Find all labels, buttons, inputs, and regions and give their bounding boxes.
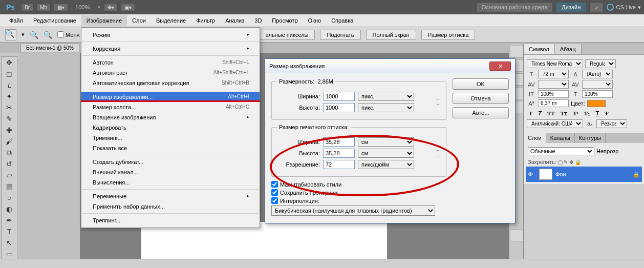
menu-item-apply-dataset[interactable]: Применить набор данных... bbox=[81, 201, 260, 212]
menu-item-rotate[interactable]: Вращение изображения bbox=[81, 112, 260, 122]
menu-item-variables[interactable]: Переменные bbox=[81, 191, 260, 201]
font-size-select[interactable]: 72 пт bbox=[538, 70, 569, 78]
menu-view[interactable]: Просмотр bbox=[267, 15, 303, 26]
hscale-input[interactable] bbox=[582, 90, 613, 98]
underline-button[interactable]: T bbox=[594, 109, 602, 118]
visibility-eye-icon[interactable]: 👁 bbox=[528, 171, 536, 177]
workspace-default[interactable]: Основная рабочая среда bbox=[476, 2, 553, 12]
menu-item-adjustments[interactable]: Коррекция bbox=[81, 44, 260, 54]
zoom-in-icon[interactable]: 🔍 bbox=[30, 31, 38, 39]
move-tool[interactable]: ✥ bbox=[2, 57, 17, 68]
path-tool[interactable]: ↖ bbox=[2, 237, 17, 249]
menu-3d[interactable]: 3D bbox=[249, 15, 267, 26]
antialias-select[interactable]: Резкое bbox=[596, 119, 627, 128]
lasso-tool[interactable]: 𝘓 bbox=[2, 79, 17, 91]
collapsed-panel-icon[interactable] bbox=[510, 229, 523, 241]
actual-pixels-button[interactable]: альные пикселы bbox=[259, 30, 315, 40]
menu-item-autocontrast[interactable]: АвтоконтрастAlt+Shift+Ctrl+L bbox=[81, 68, 260, 78]
arrange-button[interactable]: ▣▾ bbox=[121, 3, 135, 12]
document-tab[interactable]: Без имени-1 @ 50% bbox=[20, 44, 79, 52]
baseline-input[interactable] bbox=[538, 99, 569, 107]
resolution-unit[interactable]: пикс/дюйм bbox=[358, 160, 414, 169]
resample-check[interactable]: Интерполяция: bbox=[271, 197, 446, 204]
opt-check1[interactable]: Меня bbox=[57, 31, 79, 38]
menu-item-trap[interactable]: Треппинг... bbox=[81, 215, 260, 225]
pen-tool[interactable]: ✒ bbox=[2, 215, 17, 226]
menu-file[interactable]: Файл bbox=[4, 15, 28, 26]
menu-window[interactable]: Окно bbox=[303, 15, 327, 26]
fit-screen-button[interactable]: Подогнать bbox=[320, 30, 360, 40]
subscript-button[interactable]: T₁ bbox=[582, 109, 592, 118]
bold-button[interactable]: T bbox=[527, 109, 534, 118]
cancel-button[interactable]: Отмена bbox=[453, 93, 509, 104]
menu-item-canvas-size[interactable]: Размер холста...Alt+Ctrl+C bbox=[81, 102, 260, 112]
leading-select[interactable]: (Авто) bbox=[582, 70, 613, 78]
px-width-unit[interactable]: пикс. bbox=[358, 92, 414, 101]
menu-image[interactable]: Изображение bbox=[81, 15, 127, 26]
print-width-input[interactable] bbox=[323, 137, 355, 147]
print-height-unit[interactable]: см bbox=[358, 149, 414, 158]
history-brush-tool[interactable]: ↺ bbox=[2, 158, 17, 170]
dodge-tool[interactable]: ◐ bbox=[2, 203, 17, 215]
smallcaps-button[interactable]: Tᴛ bbox=[559, 109, 569, 118]
blend-mode-select[interactable]: Обычные bbox=[528, 147, 594, 155]
marquee-tool[interactable]: ◻ bbox=[2, 68, 17, 79]
type-tool[interactable]: T bbox=[2, 226, 17, 237]
blur-tool[interactable]: ○ bbox=[2, 192, 17, 203]
full-screen-button[interactable]: Полный экран bbox=[366, 30, 416, 40]
menu-help[interactable]: Справка bbox=[326, 15, 358, 26]
menu-item-apply-image[interactable]: Внешний канал... bbox=[81, 167, 260, 177]
menu-item-reveal-all[interactable]: Показать все bbox=[81, 143, 260, 153]
constrain-check[interactable]: Сохранить пропорции bbox=[271, 189, 446, 196]
print-height-input[interactable] bbox=[323, 149, 355, 158]
scale-styles-check[interactable]: Масштабировать стили bbox=[271, 181, 446, 188]
resolution-input[interactable] bbox=[323, 160, 355, 169]
menu-item-crop[interactable]: Кадрировать bbox=[81, 122, 260, 133]
wand-tool[interactable]: ✦ bbox=[2, 91, 17, 102]
auto-button[interactable]: Авто... bbox=[453, 107, 509, 118]
menu-select[interactable]: Выделение bbox=[151, 15, 191, 26]
brush-tool[interactable]: 🖌 bbox=[2, 136, 17, 147]
print-width-unit[interactable]: см bbox=[358, 137, 414, 147]
language-select[interactable]: Английский: США bbox=[527, 119, 583, 128]
menu-layer[interactable]: Слои bbox=[127, 15, 151, 26]
ok-button[interactable]: OK bbox=[453, 78, 509, 90]
zoom-out-icon[interactable]: 🔍 bbox=[44, 31, 52, 39]
print-size-button[interactable]: Размер оттиска bbox=[421, 30, 476, 40]
kerning-select[interactable] bbox=[538, 80, 569, 89]
menu-item-autotone[interactable]: АвтотонShift+Ctrl+L bbox=[81, 57, 260, 68]
italic-button[interactable]: T bbox=[536, 109, 544, 118]
tab-layers[interactable]: Слои bbox=[524, 133, 546, 143]
tab-channels[interactable]: Каналы bbox=[546, 133, 575, 143]
dialog-close-button[interactable]: ✕ bbox=[489, 61, 511, 71]
px-width-input[interactable] bbox=[323, 92, 355, 101]
menu-item-mode[interactable]: Режим bbox=[81, 30, 260, 40]
eyedropper-tool[interactable]: ✎ bbox=[2, 113, 17, 125]
zoom-chevron-icon[interactable]: ▼ bbox=[97, 5, 101, 10]
dialog-titlebar[interactable]: Размер изображения ✕ bbox=[265, 59, 515, 73]
workspace-more[interactable]: » bbox=[589, 2, 604, 12]
menu-item-autocolor[interactable]: Автоматическая цветовая коррекцияShift+C… bbox=[81, 78, 260, 88]
px-height-unit[interactable]: пикс. bbox=[358, 103, 414, 112]
tab-character[interactable]: Символ bbox=[524, 44, 555, 54]
px-height-input[interactable] bbox=[323, 103, 355, 112]
font-style-select[interactable]: Regular bbox=[585, 59, 616, 68]
tab-paragraph[interactable]: Абзац bbox=[555, 44, 582, 54]
eraser-tool[interactable]: ▱ bbox=[2, 170, 17, 181]
vscale-input[interactable] bbox=[538, 90, 569, 98]
strike-button[interactable]: Ŧ bbox=[603, 109, 610, 118]
screen-mode-button[interactable]: ▦▾ bbox=[54, 3, 68, 12]
layer-row-background[interactable]: 👁 Фон 🔒 bbox=[526, 167, 642, 182]
zoom-level[interactable]: 100% bbox=[71, 4, 94, 10]
hand-button[interactable]: ✥▾ bbox=[104, 3, 118, 12]
menu-edit[interactable]: Редактирование bbox=[28, 15, 81, 26]
shape-tool[interactable]: ▭ bbox=[2, 249, 17, 260]
text-color-swatch[interactable] bbox=[587, 100, 606, 107]
mb-minibridge-button[interactable]: Mb bbox=[36, 3, 51, 12]
font-family-select[interactable]: Times New Roman bbox=[527, 59, 583, 68]
cslive-button[interactable]: CS Live ▾ bbox=[607, 4, 641, 11]
br-bridge-button[interactable]: Br bbox=[21, 3, 33, 12]
zoom-tool-icon[interactable]: 🔍 bbox=[5, 29, 16, 40]
menu-analysis[interactable]: Анализ bbox=[220, 15, 249, 26]
tracking-select[interactable] bbox=[582, 80, 613, 89]
